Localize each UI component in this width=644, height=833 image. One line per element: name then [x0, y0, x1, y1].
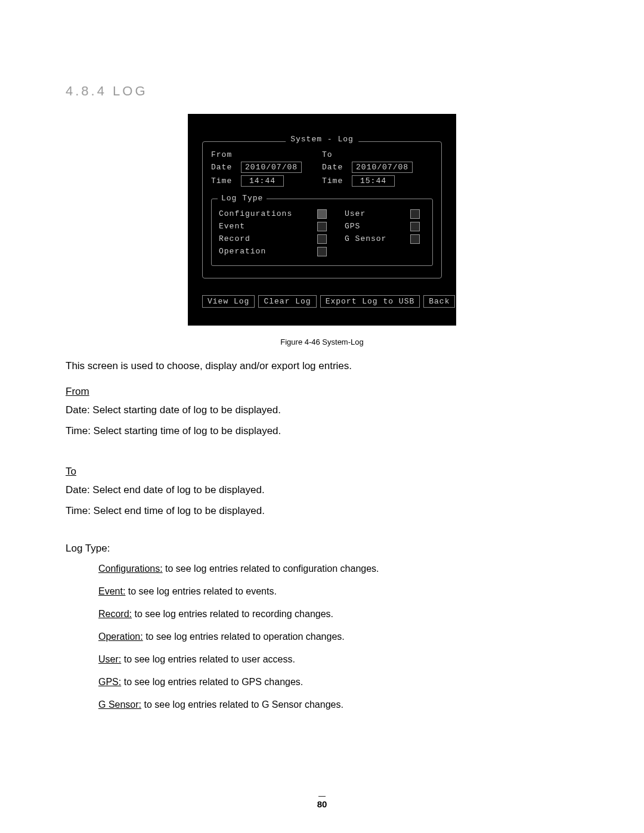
from-time-field[interactable]: 14:44 [241, 175, 284, 187]
desc-user: User: to see log entries related to user… [98, 652, 578, 667]
opt-operation-label: Operation [219, 247, 317, 256]
page-number: — 80 [0, 792, 644, 809]
from-subhead: From [66, 386, 578, 398]
desc-operation: Operation: to see log entries related to… [98, 630, 578, 644]
opt-gsensor-label: G Sensor [345, 234, 410, 244]
desc-gps: GPS: to see log entries related to GPS c… [98, 675, 578, 689]
from-date-label: Date [211, 163, 232, 172]
to-time-desc: Time: Select end time of log to be displ… [66, 503, 578, 519]
opt-gps-label: GPS [345, 222, 410, 231]
to-date-label: Date [322, 163, 343, 172]
opt-gsensor-checkbox[interactable] [410, 234, 420, 244]
to-time-field[interactable]: 15:44 [352, 175, 395, 187]
section-heading: 4.8.4 LOG [66, 83, 578, 99]
to-date-desc: Date: Select end date of log to be displ… [66, 482, 578, 498]
opt-user-label: User [345, 209, 410, 219]
opt-gps-checkbox[interactable] [410, 222, 420, 231]
desc-event: Event: to see log entries related to eve… [98, 584, 578, 599]
from-date-field[interactable]: 2010/07/08 [241, 162, 302, 173]
export-log-button[interactable]: Export Log to USB [320, 295, 420, 308]
opt-record-checkbox[interactable] [317, 234, 327, 244]
intro-text: This screen is used to choose, display a… [66, 358, 578, 374]
back-button[interactable]: Back [423, 295, 455, 308]
opt-configurations-checkbox[interactable] [317, 209, 327, 219]
from-time-label: Time [211, 176, 232, 185]
desc-record: Record: to see log entries related to re… [98, 607, 578, 621]
to-date-field[interactable]: 2010/07/08 [352, 162, 413, 173]
desc-configurations: Configurations: to see log entries relat… [98, 562, 578, 576]
dvr-log-screen: System - Log From To Date 2010/07/08 Dat… [188, 114, 456, 326]
opt-event-label: Event [219, 222, 317, 231]
dvr-title: System - Log [286, 135, 358, 144]
logtype-subhead: Log Type: [66, 543, 578, 555]
to-label: To [322, 150, 333, 159]
log-type-group-label: Log Type [218, 194, 267, 203]
opt-operation-checkbox[interactable] [317, 247, 327, 256]
desc-gsensor: G Sensor: to see log entries related to … [98, 698, 578, 712]
from-time-desc: Time: Select starting time of log to be … [66, 423, 578, 439]
opt-event-checkbox[interactable] [317, 222, 327, 231]
from-label: From [211, 150, 232, 159]
view-log-button[interactable]: View Log [202, 295, 255, 308]
opt-record-label: Record [219, 234, 317, 244]
from-date-desc: Date: Select starting date of log to be … [66, 402, 578, 418]
to-time-label: Time [322, 176, 343, 185]
opt-user-checkbox[interactable] [410, 209, 420, 219]
figure-caption: Figure 4-46 System-Log [66, 337, 578, 346]
to-subhead: To [66, 466, 578, 478]
clear-log-button[interactable]: Clear Log [258, 295, 316, 308]
opt-configurations-label: Configurations [219, 209, 317, 219]
